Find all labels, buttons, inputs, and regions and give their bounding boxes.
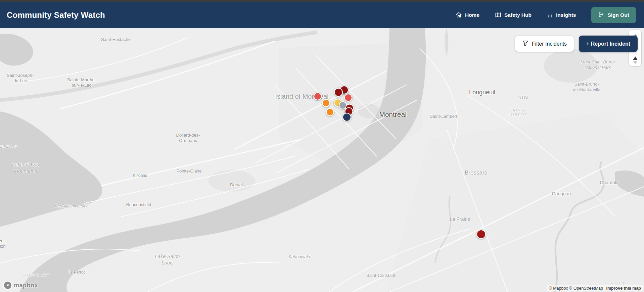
map-attribution: © Mapbox © OpenStreetMap Improve this ma… (547, 285, 643, 291)
map-label: Sainte-Marthe- sur-le-Lac (67, 77, 96, 88)
map-label: Kirkland (133, 173, 147, 178)
map-label: Brossard (465, 169, 488, 176)
incident-map[interactable]: Saint-EustacheSaint-Joseph- du-LacSainte… (0, 28, 644, 292)
sign-out-label: Sign Out (607, 12, 629, 18)
map-label: McGill University (55, 203, 88, 209)
map-label: Saint-Joseph- du-Lac (7, 73, 34, 84)
compass-needle-icon (633, 56, 638, 64)
map-label: Saint-Eustache (101, 37, 131, 42)
sign-out-button[interactable]: Sign Out (591, 7, 636, 23)
map-label: Montreal (379, 110, 407, 119)
nav-item-insights[interactable]: Insights (547, 12, 576, 18)
report-incident-label: + Report Incident (586, 41, 630, 47)
nav-label: Home (465, 12, 479, 18)
map-icon (495, 12, 501, 18)
incident-marker[interactable] (344, 94, 352, 102)
map-label: Kahnawake (288, 254, 311, 259)
main-nav: Home Safety Hub Insights Sign Out (456, 7, 636, 23)
filter-incidents-label: Filter Incidents (532, 41, 567, 47)
report-incident-button[interactable]: + Report Incident (579, 36, 638, 52)
map-label: Saint-Lambert (430, 114, 457, 119)
nav-label: Safety Hub (504, 12, 532, 18)
map-label: PINCOURT (23, 273, 50, 278)
map-label: Longueuil (469, 89, 495, 96)
incident-marker[interactable] (342, 113, 351, 121)
incident-marker[interactable] (476, 230, 486, 239)
improve-map-link[interactable]: Improve this map (606, 286, 641, 291)
map-label: Carignan (552, 191, 571, 197)
nav-label: Insights (556, 12, 576, 18)
filter-funnel-icon (522, 40, 528, 48)
map-label: nal d’Oka (0, 144, 17, 149)
map-label: Mont-Saint-Bruno National Park (581, 59, 615, 70)
map-label: Chambly (600, 180, 618, 186)
incident-marker[interactable] (322, 99, 330, 107)
attribution-text[interactable]: © Mapbox © OpenStreetMap (549, 286, 603, 291)
map-label: Île Perrot (68, 270, 85, 275)
map-label: Saint-Constant (366, 273, 395, 278)
nav-item-safety-hub[interactable]: Safety Hub (495, 12, 532, 18)
filter-incidents-button[interactable]: Filter Incidents (515, 36, 574, 52)
map-label: Dorval (230, 182, 243, 188)
app-header: Community Safety Watch Home Safety Hub I… (0, 2, 644, 28)
window-top-strip (0, 0, 644, 2)
app-title: Community Safety Watch (7, 10, 105, 20)
home-icon (456, 12, 462, 18)
map-label: Lake Saint- Louis (155, 253, 180, 266)
map-label: reuil- rion (0, 238, 7, 249)
compass-button[interactable] (629, 54, 641, 66)
incident-marker[interactable] (334, 88, 343, 97)
map-label: Dollard-des- Ormeaux (176, 133, 200, 144)
incident-marker[interactable] (326, 108, 334, 116)
mapbox-logo-icon: ✦ (3, 281, 12, 290)
incident-marker[interactable] (314, 92, 322, 100)
mapbox-wordmark: mapbox (14, 282, 38, 289)
map-label: YHU (519, 95, 528, 100)
map-label: Lake of Two Mountains (12, 162, 39, 175)
map-label: Pointe-Claire (176, 168, 201, 174)
mapbox-logo[interactable]: ✦ mapbox (3, 281, 38, 290)
map-label: La Prairie (450, 216, 470, 223)
map-basemap (0, 28, 644, 292)
map-label: Saint-Bruno- de-Montarville (573, 82, 600, 93)
sign-out-icon (598, 11, 604, 19)
map-label: Beaconsfield (126, 202, 151, 207)
nav-item-home[interactable]: Home (456, 12, 479, 18)
map-label: SAINT- HUBERT (508, 108, 528, 117)
bar-chart-icon (547, 12, 553, 18)
